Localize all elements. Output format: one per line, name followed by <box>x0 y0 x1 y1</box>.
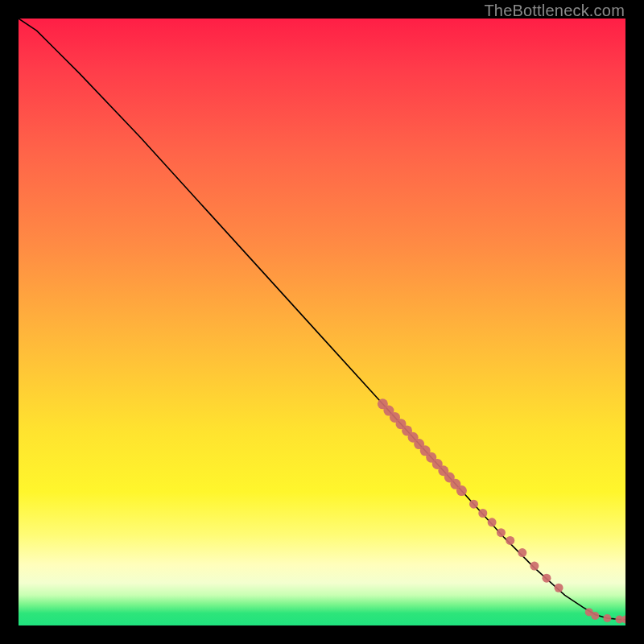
data-point <box>603 614 611 622</box>
data-point <box>591 612 599 620</box>
chart-svg <box>19 19 625 625</box>
data-point <box>555 584 564 592</box>
bottleneck-curve <box>19 19 625 619</box>
data-point <box>542 574 551 583</box>
chart-stage: TheBottleneck.com <box>0 0 644 644</box>
data-point <box>497 528 506 537</box>
data-point <box>506 536 514 545</box>
data-point <box>469 500 478 509</box>
data-point <box>478 509 487 518</box>
data-point <box>518 548 526 557</box>
watermark-text: TheBottleneck.com <box>484 2 625 20</box>
curve-layer <box>19 19 625 619</box>
plot-area <box>19 19 625 625</box>
data-point <box>456 485 467 496</box>
data-points-layer <box>378 398 625 623</box>
data-point <box>488 518 497 526</box>
data-point <box>530 562 539 571</box>
